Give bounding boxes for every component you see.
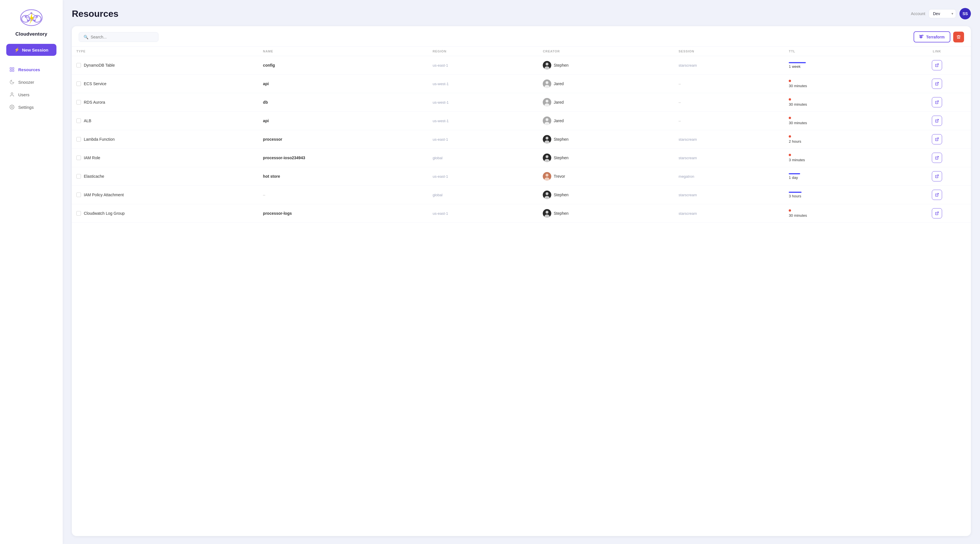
delete-button[interactable] bbox=[953, 32, 964, 43]
table-row: ALB api us-west-1 Jared – 30 minutes bbox=[72, 112, 971, 130]
cell-link bbox=[903, 56, 971, 75]
new-session-button[interactable]: ⚡ New Session bbox=[6, 44, 56, 56]
link-button[interactable] bbox=[932, 60, 942, 70]
cell-name: hot store bbox=[259, 167, 428, 186]
lightning-icon: ⚡ bbox=[14, 47, 20, 52]
cell-creator: Jared bbox=[538, 93, 674, 112]
creator-avatar bbox=[543, 98, 551, 106]
link-button[interactable] bbox=[932, 190, 942, 200]
cell-type: IAM Policy Attachment bbox=[72, 186, 259, 204]
sidebar-item-resources[interactable]: Resources bbox=[5, 64, 58, 75]
page-header: Resources Account Dev Prod Staging ▾ SS bbox=[72, 8, 971, 19]
users-icon bbox=[9, 92, 15, 97]
cell-session: – bbox=[674, 75, 784, 93]
cell-region: us-east-1 bbox=[428, 167, 538, 186]
cell-ttl: 3 hours bbox=[784, 186, 903, 204]
link-button[interactable] bbox=[932, 171, 942, 181]
cell-type: ALB bbox=[72, 112, 259, 130]
app-name: Cloudventory bbox=[15, 31, 47, 37]
terraform-button[interactable]: Terraform bbox=[913, 31, 950, 43]
col-header-type: TYPE bbox=[72, 47, 259, 56]
cell-region: us-east-1 bbox=[428, 56, 538, 75]
sidebar-item-label: Snoozer bbox=[18, 80, 34, 85]
row-checkbox[interactable] bbox=[76, 137, 81, 141]
cell-link bbox=[903, 130, 971, 149]
svg-rect-16 bbox=[10, 68, 11, 69]
cell-creator: Jared bbox=[538, 75, 674, 93]
cell-session: starscream bbox=[674, 130, 784, 149]
cell-type: Cloudwatch Log Group bbox=[72, 204, 259, 223]
row-checkbox[interactable] bbox=[76, 100, 81, 105]
header-right: Account Dev Prod Staging ▾ SS bbox=[911, 8, 971, 19]
svg-line-45 bbox=[937, 156, 939, 158]
cell-region: us-east-1 bbox=[428, 130, 538, 149]
cell-link bbox=[903, 186, 971, 204]
creator-avatar bbox=[543, 154, 551, 162]
svg-point-23 bbox=[546, 63, 549, 65]
row-checkbox[interactable] bbox=[76, 174, 81, 179]
sidebar-item-users[interactable]: Users bbox=[5, 89, 58, 100]
cell-link bbox=[903, 149, 971, 167]
row-checkbox[interactable] bbox=[76, 81, 81, 86]
table-row: DynamoDB Table config us-east-1 Stephen … bbox=[72, 56, 971, 75]
sidebar-item-settings[interactable]: Settings bbox=[5, 102, 58, 113]
svg-line-49 bbox=[937, 175, 939, 177]
link-button[interactable] bbox=[932, 134, 942, 144]
logo-area: Cloudventory bbox=[15, 7, 47, 37]
resources-icon bbox=[9, 67, 15, 72]
cell-region: us-west-1 bbox=[428, 112, 538, 130]
cell-type: Lambda Function bbox=[72, 130, 259, 149]
cell-name: processor-ioso234943 bbox=[259, 149, 428, 167]
cell-region: us-west-1 bbox=[428, 75, 538, 93]
link-button[interactable] bbox=[932, 79, 942, 89]
row-checkbox[interactable] bbox=[76, 63, 81, 68]
svg-point-35 bbox=[546, 118, 549, 121]
cell-session: – bbox=[674, 112, 784, 130]
user-avatar[interactable]: SS bbox=[959, 8, 971, 19]
row-checkbox[interactable] bbox=[76, 155, 81, 160]
cell-creator: Stephen bbox=[538, 204, 674, 223]
cell-name: config bbox=[259, 56, 428, 75]
svg-point-39 bbox=[546, 137, 549, 140]
cell-type: RDS Aurora bbox=[72, 93, 259, 112]
cell-creator: Stephen bbox=[538, 186, 674, 204]
cell-region: us-east-1 bbox=[428, 204, 538, 223]
creator-avatar bbox=[543, 61, 551, 70]
table-row: IAM Role processor-ioso234943 global Ste… bbox=[72, 149, 971, 167]
sidebar-item-label: Resources bbox=[18, 67, 40, 72]
link-button[interactable] bbox=[932, 97, 942, 107]
search-icon: 🔍 bbox=[84, 35, 88, 39]
creator-avatar bbox=[543, 190, 551, 199]
link-button[interactable] bbox=[932, 153, 942, 163]
cell-region: us-west-1 bbox=[428, 93, 538, 112]
row-checkbox[interactable] bbox=[76, 119, 81, 123]
cell-name: api bbox=[259, 112, 428, 130]
svg-point-31 bbox=[546, 100, 549, 103]
page-title: Resources bbox=[72, 8, 119, 19]
row-checkbox[interactable] bbox=[76, 211, 81, 216]
table-body: DynamoDB Table config us-east-1 Stephen … bbox=[72, 56, 971, 223]
link-button[interactable] bbox=[932, 116, 942, 126]
terraform-label: Terraform bbox=[926, 35, 945, 39]
sidebar-item-snoozer[interactable]: Snoozer bbox=[5, 76, 58, 88]
sidebar-item-label: Users bbox=[18, 92, 29, 97]
search-input[interactable] bbox=[91, 35, 154, 39]
cell-link bbox=[903, 204, 971, 223]
table-header: TYPE NAME REGION CREATOR SESSION TTL LIN… bbox=[72, 47, 971, 56]
cell-type: ECS Service bbox=[72, 75, 259, 93]
creator-avatar bbox=[543, 116, 551, 125]
cell-session: starscream bbox=[674, 56, 784, 75]
row-checkbox[interactable] bbox=[76, 192, 81, 197]
svg-line-37 bbox=[937, 119, 939, 121]
settings-icon bbox=[9, 104, 15, 110]
creator-avatar bbox=[543, 135, 551, 144]
toolbar-right: Terraform bbox=[913, 31, 964, 43]
cell-ttl: 3 minutes bbox=[784, 149, 903, 167]
account-select[interactable]: Dev Prod Staging bbox=[929, 9, 956, 18]
cell-link bbox=[903, 93, 971, 112]
svg-point-20 bbox=[11, 92, 13, 94]
link-button[interactable] bbox=[932, 208, 942, 219]
cell-name: db bbox=[259, 93, 428, 112]
svg-line-53 bbox=[937, 193, 939, 195]
cell-ttl: 30 minutes bbox=[784, 75, 903, 93]
